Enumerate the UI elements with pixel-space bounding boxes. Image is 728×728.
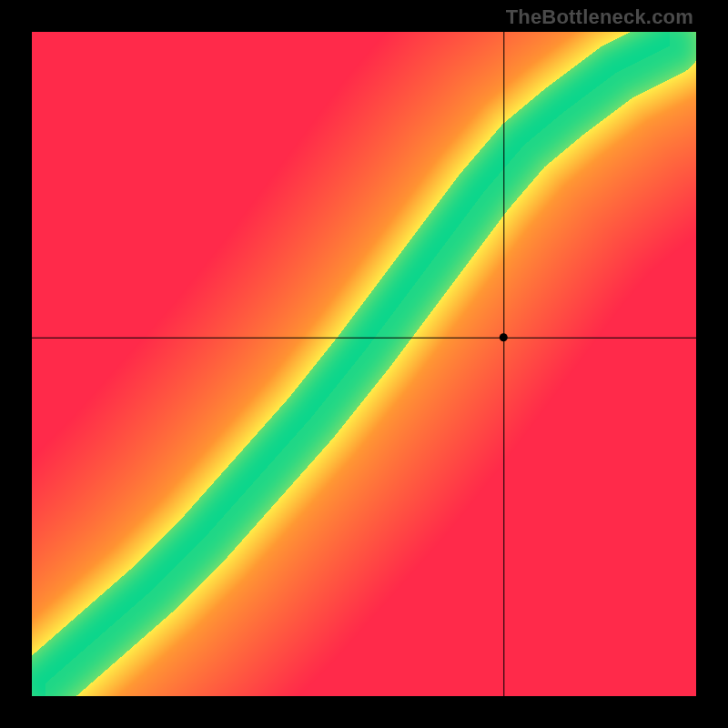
watermark-text: TheBottleneck.com (506, 5, 693, 29)
bottleneck-heatmap (32, 32, 696, 696)
chart-stage: TheBottleneck.com (0, 0, 728, 728)
